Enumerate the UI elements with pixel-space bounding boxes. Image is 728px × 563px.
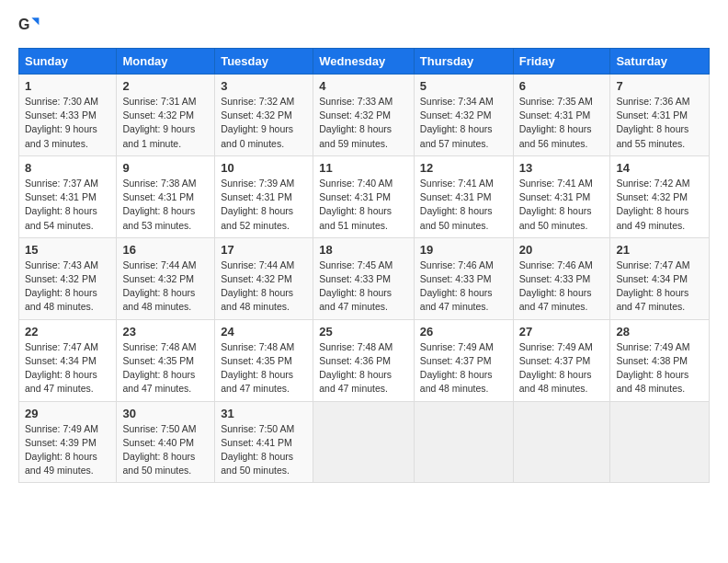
calendar-header-cell: Thursday xyxy=(414,49,513,75)
calendar-header-cell: Wednesday xyxy=(313,49,415,75)
calendar-cell: 7Sunrise: 7:36 AM Sunset: 4:31 PM Daylig… xyxy=(610,75,710,156)
calendar-cell: 12Sunrise: 7:41 AM Sunset: 4:31 PM Dayli… xyxy=(414,155,513,237)
calendar-cell: 18Sunrise: 7:45 AM Sunset: 4:33 PM Dayli… xyxy=(313,237,415,319)
day-number: 6 xyxy=(519,79,605,93)
calendar-cell: 30Sunrise: 7:50 AM Sunset: 4:40 PM Dayli… xyxy=(117,401,215,483)
day-number: 23 xyxy=(122,325,209,339)
day-detail: Sunrise: 7:47 AM Sunset: 4:34 PM Dayligh… xyxy=(25,340,110,396)
calendar-cell: 6Sunrise: 7:35 AM Sunset: 4:31 PM Daylig… xyxy=(513,75,610,156)
calendar-week-row: 8Sunrise: 7:37 AM Sunset: 4:31 PM Daylig… xyxy=(19,155,710,237)
calendar-cell: 15Sunrise: 7:43 AM Sunset: 4:32 PM Dayli… xyxy=(19,237,117,319)
calendar-header-cell: Monday xyxy=(117,49,215,75)
day-number: 4 xyxy=(319,79,408,93)
calendar-cell: 9Sunrise: 7:38 AM Sunset: 4:31 PM Daylig… xyxy=(117,155,215,237)
day-number: 18 xyxy=(319,243,408,257)
calendar-cell: 17Sunrise: 7:44 AM Sunset: 4:32 PM Dayli… xyxy=(215,237,313,319)
day-detail: Sunrise: 7:33 AM Sunset: 4:32 PM Dayligh… xyxy=(319,95,408,151)
day-detail: Sunrise: 7:46 AM Sunset: 4:33 PM Dayligh… xyxy=(519,259,605,315)
day-number: 15 xyxy=(25,243,110,257)
day-detail: Sunrise: 7:34 AM Sunset: 4:32 PM Dayligh… xyxy=(420,95,507,151)
calendar-cell: 13Sunrise: 7:41 AM Sunset: 4:31 PM Dayli… xyxy=(513,155,610,237)
calendar-cell: 25Sunrise: 7:48 AM Sunset: 4:36 PM Dayli… xyxy=(313,319,415,401)
calendar-cell: 10Sunrise: 7:39 AM Sunset: 4:31 PM Dayli… xyxy=(215,155,313,237)
day-number: 16 xyxy=(122,243,209,257)
calendar-cell: 3Sunrise: 7:32 AM Sunset: 4:32 PM Daylig… xyxy=(215,75,313,156)
logo-icon: G xyxy=(18,15,40,37)
calendar-cell: 2Sunrise: 7:31 AM Sunset: 4:32 PM Daylig… xyxy=(117,75,215,156)
calendar-cell: 5Sunrise: 7:34 AM Sunset: 4:32 PM Daylig… xyxy=(414,75,513,156)
calendar-week-row: 1Sunrise: 7:30 AM Sunset: 4:33 PM Daylig… xyxy=(19,75,710,156)
day-number: 14 xyxy=(616,161,703,175)
calendar-header-cell: Tuesday xyxy=(215,49,313,75)
day-detail: Sunrise: 7:50 AM Sunset: 4:40 PM Dayligh… xyxy=(122,422,209,478)
day-number: 7 xyxy=(616,79,703,93)
calendar-cell: 23Sunrise: 7:48 AM Sunset: 4:35 PM Dayli… xyxy=(117,319,215,401)
calendar-cell: 4Sunrise: 7:33 AM Sunset: 4:32 PM Daylig… xyxy=(313,75,415,156)
calendar-cell: 19Sunrise: 7:46 AM Sunset: 4:33 PM Dayli… xyxy=(414,237,513,319)
day-number: 27 xyxy=(519,325,605,339)
calendar-cell: 21Sunrise: 7:47 AM Sunset: 4:34 PM Dayli… xyxy=(610,237,710,319)
calendar-cell: 1Sunrise: 7:30 AM Sunset: 4:33 PM Daylig… xyxy=(19,75,117,156)
day-number: 13 xyxy=(519,161,605,175)
day-detail: Sunrise: 7:49 AM Sunset: 4:39 PM Dayligh… xyxy=(25,422,110,478)
day-number: 22 xyxy=(25,325,110,339)
header: G xyxy=(18,15,710,37)
calendar-week-row: 22Sunrise: 7:47 AM Sunset: 4:34 PM Dayli… xyxy=(19,319,710,401)
day-detail: Sunrise: 7:32 AM Sunset: 4:32 PM Dayligh… xyxy=(221,95,307,151)
day-number: 31 xyxy=(221,407,307,420)
calendar-cell: 16Sunrise: 7:44 AM Sunset: 4:32 PM Dayli… xyxy=(117,237,215,319)
calendar-header-cell: Friday xyxy=(513,49,610,75)
day-detail: Sunrise: 7:46 AM Sunset: 4:33 PM Dayligh… xyxy=(420,259,507,315)
day-detail: Sunrise: 7:38 AM Sunset: 4:31 PM Dayligh… xyxy=(122,177,209,233)
day-detail: Sunrise: 7:36 AM Sunset: 4:31 PM Dayligh… xyxy=(616,95,703,151)
calendar-header-cell: Saturday xyxy=(610,49,710,75)
day-detail: Sunrise: 7:31 AM Sunset: 4:32 PM Dayligh… xyxy=(122,95,209,151)
day-number: 11 xyxy=(319,161,408,175)
logo: G xyxy=(18,15,44,37)
calendar-cell: 28Sunrise: 7:49 AM Sunset: 4:38 PM Dayli… xyxy=(610,319,710,401)
day-detail: Sunrise: 7:49 AM Sunset: 4:37 PM Dayligh… xyxy=(420,340,507,396)
calendar-cell xyxy=(513,401,610,483)
svg-marker-1 xyxy=(31,17,39,25)
calendar-cell xyxy=(414,401,513,483)
calendar-cell: 14Sunrise: 7:42 AM Sunset: 4:32 PM Dayli… xyxy=(610,155,710,237)
svg-text:G: G xyxy=(18,17,29,32)
day-number: 19 xyxy=(420,243,507,257)
day-detail: Sunrise: 7:39 AM Sunset: 4:31 PM Dayligh… xyxy=(221,177,307,233)
day-detail: Sunrise: 7:48 AM Sunset: 4:35 PM Dayligh… xyxy=(221,340,307,396)
day-number: 28 xyxy=(616,325,703,339)
day-detail: Sunrise: 7:49 AM Sunset: 4:37 PM Dayligh… xyxy=(519,340,605,396)
day-detail: Sunrise: 7:44 AM Sunset: 4:32 PM Dayligh… xyxy=(122,259,209,315)
day-number: 8 xyxy=(25,161,110,175)
calendar-header: SundayMondayTuesdayWednesdayThursdayFrid… xyxy=(19,49,710,75)
day-number: 30 xyxy=(122,407,209,420)
day-number: 5 xyxy=(420,79,507,93)
calendar-cell: 22Sunrise: 7:47 AM Sunset: 4:34 PM Dayli… xyxy=(19,319,117,401)
day-detail: Sunrise: 7:50 AM Sunset: 4:41 PM Dayligh… xyxy=(221,422,307,478)
day-detail: Sunrise: 7:37 AM Sunset: 4:31 PM Dayligh… xyxy=(25,177,110,233)
day-number: 20 xyxy=(519,243,605,257)
day-number: 25 xyxy=(319,325,408,339)
calendar-cell: 29Sunrise: 7:49 AM Sunset: 4:39 PM Dayli… xyxy=(19,401,117,483)
day-detail: Sunrise: 7:42 AM Sunset: 4:32 PM Dayligh… xyxy=(616,177,703,233)
day-detail: Sunrise: 7:48 AM Sunset: 4:35 PM Dayligh… xyxy=(122,340,209,396)
day-number: 26 xyxy=(420,325,507,339)
calendar-cell: 20Sunrise: 7:46 AM Sunset: 4:33 PM Dayli… xyxy=(513,237,610,319)
day-detail: Sunrise: 7:41 AM Sunset: 4:31 PM Dayligh… xyxy=(420,177,507,233)
day-detail: Sunrise: 7:41 AM Sunset: 4:31 PM Dayligh… xyxy=(519,177,605,233)
day-number: 24 xyxy=(221,325,307,339)
day-number: 21 xyxy=(616,243,703,257)
day-number: 1 xyxy=(25,79,110,93)
calendar-cell xyxy=(313,401,415,483)
calendar-cell xyxy=(610,401,710,483)
calendar-cell: 26Sunrise: 7:49 AM Sunset: 4:37 PM Dayli… xyxy=(414,319,513,401)
day-number: 10 xyxy=(221,161,307,175)
day-number: 12 xyxy=(420,161,507,175)
day-detail: Sunrise: 7:48 AM Sunset: 4:36 PM Dayligh… xyxy=(319,340,408,396)
day-detail: Sunrise: 7:49 AM Sunset: 4:38 PM Dayligh… xyxy=(616,340,703,396)
calendar-week-row: 29Sunrise: 7:49 AM Sunset: 4:39 PM Dayli… xyxy=(19,401,710,483)
day-number: 3 xyxy=(221,79,307,93)
calendar-cell: 31Sunrise: 7:50 AM Sunset: 4:41 PM Dayli… xyxy=(215,401,313,483)
day-detail: Sunrise: 7:44 AM Sunset: 4:32 PM Dayligh… xyxy=(221,259,307,315)
day-detail: Sunrise: 7:40 AM Sunset: 4:31 PM Dayligh… xyxy=(319,177,408,233)
